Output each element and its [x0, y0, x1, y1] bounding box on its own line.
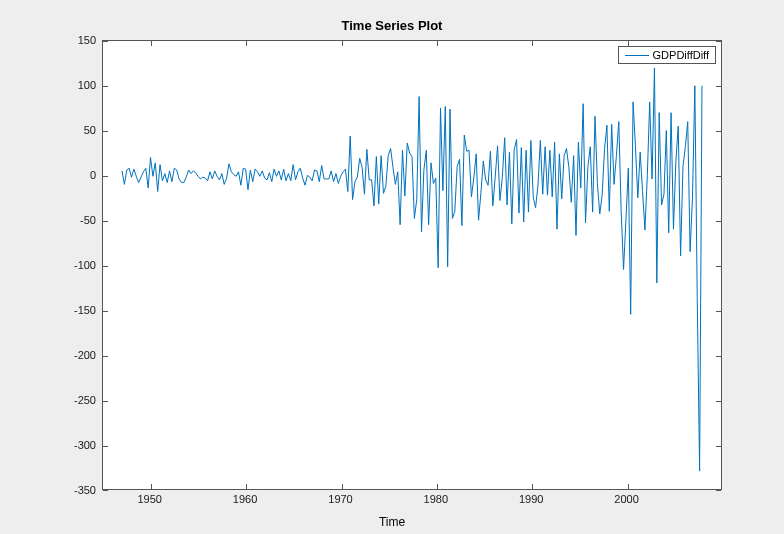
xtick-label: 1980 — [424, 493, 448, 505]
ytick-label: 50 — [36, 124, 96, 136]
x-axis-label: Time — [0, 515, 784, 529]
xtick-label: 2000 — [614, 493, 638, 505]
ytick-label: -350 — [36, 484, 96, 496]
ytick-label: -100 — [36, 259, 96, 271]
ytick-label: -150 — [36, 304, 96, 316]
axes — [102, 40, 722, 490]
ytick-label: 100 — [36, 79, 96, 91]
xtick-label: 1990 — [519, 493, 543, 505]
ytick-label: 150 — [36, 34, 96, 46]
xtick-label: 1950 — [137, 493, 161, 505]
ytick-label: -300 — [36, 439, 96, 451]
legend-swatch — [625, 55, 649, 56]
figure: Time Series Plot 150 100 50 0 -50 -100 -… — [0, 0, 784, 534]
ytick-label: -250 — [36, 394, 96, 406]
legend-entry: GDPDiffDiff — [653, 49, 709, 61]
ytick-label: -50 — [36, 214, 96, 226]
ytick-label: -200 — [36, 349, 96, 361]
ytick-label: 0 — [36, 169, 96, 181]
legend: GDPDiffDiff — [618, 46, 716, 64]
chart-title: Time Series Plot — [0, 18, 784, 33]
xtick-label: 1960 — [233, 493, 257, 505]
line-series — [103, 41, 721, 489]
xtick-label: 1970 — [328, 493, 352, 505]
